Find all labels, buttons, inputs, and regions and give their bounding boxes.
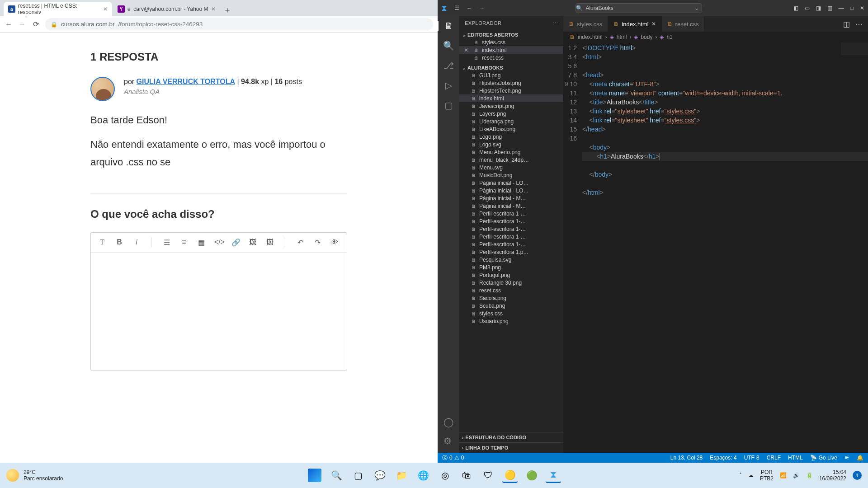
- status-feedback-icon[interactable]: ⚟: [844, 455, 849, 461]
- redo-button[interactable]: ↷: [313, 238, 321, 247]
- numbered-list-button[interactable]: ≡: [180, 238, 188, 246]
- file-tree-item[interactable]: 🗎Página inicial - M…: [459, 194, 563, 202]
- undo-button[interactable]: ↶: [296, 238, 304, 247]
- file-tree-item[interactable]: 🗎HipstersJobs.png: [459, 79, 563, 87]
- forward-button[interactable]: →: [18, 20, 26, 28]
- vscode-taskbar-icon[interactable]: ⧗: [546, 468, 561, 483]
- weather-widget[interactable]: 29°C Parc ensolarado: [6, 469, 63, 482]
- open-editor-item[interactable]: ✕🗎index.html: [459, 46, 563, 54]
- layout-left-icon[interactable]: ◧: [793, 5, 798, 11]
- file-tree-item[interactable]: 🗎Logo.png: [459, 133, 563, 141]
- explorer-icon[interactable]: 🗎: [438, 21, 459, 31]
- split-editor-icon[interactable]: ◫: [843, 20, 850, 28]
- status-language[interactable]: HTML: [788, 455, 803, 461]
- file-tree-item[interactable]: 🗎Página inicial - M…: [459, 202, 563, 210]
- file-tree-item[interactable]: 🗎Menu.svg: [459, 164, 563, 171]
- file-tree-item[interactable]: 🗎Rectangle 30.png: [459, 279, 563, 286]
- spotify-icon[interactable]: 🟢: [524, 468, 539, 483]
- file-tree-item[interactable]: 🗎Liderança.png: [459, 117, 563, 125]
- editor-tab[interactable]: 🗎index.html✕: [608, 16, 661, 32]
- editor-tab[interactable]: 🗎reset.css: [662, 16, 705, 32]
- account-icon[interactable]: ◯: [443, 417, 453, 427]
- minimize-button[interactable]: —: [839, 5, 844, 11]
- font-style-button[interactable]: T: [98, 238, 106, 246]
- editor-textarea[interactable]: [91, 253, 347, 370]
- dell-icon[interactable]: ◎: [437, 468, 453, 483]
- file-tree-item[interactable]: 🗎Perfil-escritora 1-…: [459, 210, 563, 217]
- file-tree-item[interactable]: 🗎Página inicial - LO…: [459, 187, 563, 194]
- bullet-list-button[interactable]: ☰: [163, 238, 171, 247]
- layout-bottom-icon[interactable]: ▭: [805, 5, 810, 11]
- file-tree-item[interactable]: 🗎LikeABoss.png: [459, 125, 563, 133]
- layout-customize-icon[interactable]: ▥: [827, 5, 832, 11]
- extensions-icon[interactable]: ▢: [444, 100, 453, 111]
- status-golive[interactable]: 📡 Go Live: [810, 455, 837, 461]
- status-spaces[interactable]: Espaços: 4: [710, 455, 736, 461]
- status-eol[interactable]: CRLF: [767, 455, 781, 461]
- folder-section[interactable]: ⌄ ALURABOOKS: [459, 64, 563, 71]
- file-tree-item[interactable]: 🗎PM3.png: [459, 263, 563, 271]
- language-indicator[interactable]: PORPTB2: [760, 469, 774, 482]
- preview-button[interactable]: 👁: [330, 238, 339, 246]
- chrome-tab-1-close-icon[interactable]: ✕: [103, 6, 108, 12]
- status-cursor[interactable]: Ln 13, Col 28: [670, 455, 703, 461]
- edge-icon[interactable]: 🌐: [415, 468, 431, 483]
- chrome-tab-2-close-icon[interactable]: ✕: [211, 6, 216, 12]
- chrome-tab-1[interactable]: a reset.css | HTML e CSS: responsiv ✕: [4, 2, 112, 16]
- source-control-icon[interactable]: ⎇: [443, 60, 454, 71]
- file-tree-item[interactable]: 🗎Sacola.png: [459, 294, 563, 302]
- close-button[interactable]: ✕: [860, 5, 864, 11]
- chat-icon[interactable]: 💬: [372, 468, 387, 483]
- file-tree-item[interactable]: 🗎Perfil-escritora 1-…: [459, 225, 563, 233]
- mcafee-icon[interactable]: 🛡: [481, 468, 496, 483]
- chrome-tab-2[interactable]: Y e_carv@yahoo.com.br - Yahoo M ✕: [113, 2, 220, 16]
- menu-button[interactable]: ☰: [454, 5, 459, 11]
- notification-badge[interactable]: 1: [853, 471, 862, 480]
- reload-button[interactable]: ⟳: [32, 20, 40, 28]
- sidebar-more-icon[interactable]: ⋯: [553, 20, 558, 26]
- file-tree-item[interactable]: 🗎Perfil-escritora 1.p…: [459, 248, 563, 256]
- tray-chevron-icon[interactable]: ˄: [739, 472, 742, 479]
- nav-back-button[interactable]: ←: [467, 5, 472, 11]
- timeline-section[interactable]: › LINHA DO TEMPO: [459, 444, 563, 451]
- search-activity-icon[interactable]: 🔍: [443, 40, 454, 51]
- file-tree-item[interactable]: 🗎styles.css: [459, 310, 563, 317]
- clock[interactable]: 15:0416/09/2022: [819, 469, 846, 482]
- file-tree-item[interactable]: 🗎Perfil-escritora 1-…: [459, 233, 563, 240]
- chrome-taskbar-icon[interactable]: 🟡: [502, 468, 518, 483]
- maximize-button[interactable]: □: [850, 5, 854, 11]
- bold-button[interactable]: B: [115, 238, 123, 246]
- file-tree-item[interactable]: 🗎reset.css: [459, 286, 563, 294]
- status-bell-icon[interactable]: 🔔: [857, 455, 863, 461]
- start-button[interactable]: [307, 468, 322, 483]
- file-tree-item[interactable]: 🗎HipstersTech.png: [459, 87, 563, 94]
- file-tree-item[interactable]: 🗎MusicDot.png: [459, 171, 563, 179]
- file-tree-item[interactable]: 🗎Perfil-escritora 1-…: [459, 217, 563, 225]
- minimap[interactable]: [841, 42, 868, 453]
- code-editor[interactable]: 1 2 3 4 5 6 7 8 9 10 11 12 13 14 15 16 <…: [563, 42, 868, 453]
- file-tree-item[interactable]: 🗎Usuario.png: [459, 317, 563, 325]
- file-tree-item[interactable]: 🗎Menu Aberto.png: [459, 148, 563, 156]
- chrome-new-tab-button[interactable]: ＋: [221, 4, 234, 16]
- file-tree-item[interactable]: 🗎Logo.svg: [459, 141, 563, 148]
- file-tree-item[interactable]: 🗎index.html: [459, 94, 563, 102]
- image-button[interactable]: 🖼: [249, 238, 257, 246]
- status-encoding[interactable]: UTF-8: [744, 455, 760, 461]
- author-avatar[interactable]: [90, 77, 115, 101]
- code-button[interactable]: </>: [214, 238, 222, 246]
- editor-more-icon[interactable]: ⋯: [855, 20, 863, 28]
- italic-button[interactable]: i: [132, 238, 141, 246]
- battery-icon[interactable]: 🔋: [806, 472, 813, 479]
- author-link[interactable]: GIULIA VERRUCK TORTOLA: [137, 78, 235, 85]
- close-icon[interactable]: ✕: [464, 47, 468, 53]
- status-errors[interactable]: ⓧ 0 ⚠ 0: [442, 454, 464, 462]
- task-view-icon[interactable]: ▢: [350, 468, 366, 483]
- open-editors-section[interactable]: ⌄ EDITORES ABERTOS: [459, 31, 563, 38]
- file-tree-item[interactable]: 🗎Javascript.png: [459, 102, 563, 110]
- back-button[interactable]: ←: [5, 20, 13, 28]
- open-editor-item[interactable]: 🗎reset.css: [459, 54, 563, 61]
- table-button[interactable]: ▦: [197, 238, 205, 247]
- image-edit-button[interactable]: 🖼: [266, 238, 274, 246]
- open-editor-item[interactable]: 🗎styles.css: [459, 38, 563, 46]
- onedrive-icon[interactable]: ☁: [748, 472, 754, 479]
